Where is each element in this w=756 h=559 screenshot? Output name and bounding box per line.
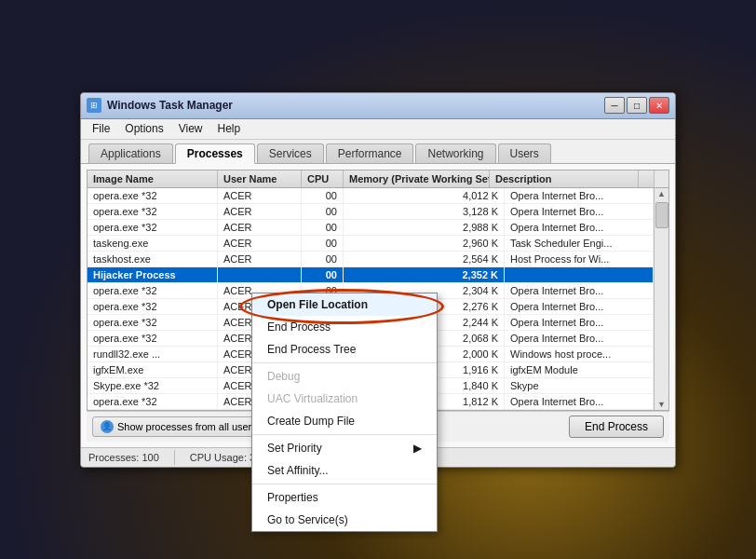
cell-user [218,267,302,282]
title-bar-buttons: ─ □ ✕ [604,97,669,114]
title-bar: ⊞ Windows Task Manager ─ □ ✕ [81,93,675,119]
ctx-open-file-location[interactable]: Open File Location [252,293,437,316]
close-button[interactable]: ✕ [649,97,669,114]
users-icon: 👤 [101,420,114,433]
col-memory[interactable]: Memory (Private Working Set) [344,170,490,187]
show-users-label: Show processes from all users [117,421,257,432]
table-row[interactable]: opera.exe *32 ACER 00 3,128 K Opera Inte… [88,204,654,220]
cell-user: ACER [218,252,302,266]
cell-memory: 2,988 K [344,220,505,235]
tab-processes[interactable]: Processes [175,143,255,164]
context-menu: Open File Location End Process End Proce… [251,293,438,532]
cell-desc: Opera Internet Bro... [505,394,654,409]
cell-cpu: 00 [302,267,344,282]
cell-user: ACER [218,204,302,219]
task-manager-window: ⊞ Windows Task Manager ─ □ ✕ File Option… [80,92,676,468]
status-processes: Processes: 100 [88,450,175,465]
cell-desc: Opera Internet Bro... [505,204,654,219]
cell-cpu: 00 [302,188,344,203]
show-processes-button[interactable]: 👤 Show processes from all users [92,416,265,437]
cell-name: Hijacker Process [88,267,218,282]
ctx-end-process-tree[interactable]: End Process Tree [252,338,437,361]
cell-desc: Task Scheduler Engi... [505,236,654,251]
end-process-button[interactable]: End Process [569,416,664,438]
table-row[interactable]: taskhost.exe ACER 00 2,564 K Host Proces… [88,252,654,267]
cell-name: opera.exe *32 [88,331,218,346]
scroll-thumb[interactable] [655,202,668,228]
cell-desc: Opera Internet Bro... [505,299,654,314]
cell-memory: 2,960 K [344,236,505,251]
minimize-button[interactable]: ─ [604,97,625,114]
ctx-go-to-services[interactable]: Go to Service(s) [252,509,437,531]
menu-file[interactable]: File [85,120,117,137]
cell-desc: Opera Internet Bro... [505,315,654,330]
cell-name: opera.exe *32 [88,394,218,409]
cell-name: opera.exe *32 [88,283,218,298]
cell-user: ACER [218,220,302,235]
ctx-separator-3 [252,484,437,484]
cell-desc: Opera Internet Bro... [505,283,654,298]
scrollbar-header [654,170,668,188]
cell-user: ACER [218,188,302,203]
cell-desc: igfxEM Module [505,362,654,377]
tabs-bar: Applications Processes Services Performa… [81,140,675,164]
cell-memory: 3,128 K [344,204,505,219]
cell-desc [505,267,654,282]
cell-memory: 2,352 K [344,267,505,282]
cell-name: opera.exe *32 [88,220,218,235]
ctx-debug: Debug [252,365,437,388]
tab-networking[interactable]: Networking [415,143,495,163]
cell-cpu: 00 [302,204,344,219]
col-image-name[interactable]: Image Name [88,170,218,187]
cell-desc: Skype [505,378,654,393]
tab-applications[interactable]: Applications [88,143,173,163]
ctx-separator-1 [252,362,437,363]
cell-desc: Windows host proce... [505,347,654,361]
menu-bar: File Options View Help [81,119,675,140]
cell-name: opera.exe *32 [88,315,218,330]
cell-name: taskeng.exe [88,236,218,251]
cell-cpu: 00 [302,220,344,235]
cell-name: Skype.exe *32 [88,378,218,393]
cell-memory: 4,012 K [344,188,505,203]
col-cpu[interactable]: CPU [302,170,344,187]
cell-name: opera.exe *32 [88,188,218,203]
cell-name: taskhost.exe [88,252,218,266]
table-row[interactable]: opera.exe *32 ACER 00 2,988 K Opera Inte… [88,220,654,236]
col-description[interactable]: Description [490,170,639,187]
hijacker-process-row[interactable]: Hijacker Process 00 2,352 K [88,267,654,283]
window-icon: ⊞ [87,98,101,113]
table-header: Image Name User Name CPU Memory (Private… [88,170,668,188]
cell-desc: Host Process for Wi... [505,252,654,266]
cell-name: igfxEM.exe [88,362,218,377]
cell-desc: Opera Internet Bro... [505,220,654,235]
cell-name: rundll32.exe ... [88,347,218,361]
ctx-create-dump[interactable]: Create Dump File [252,410,437,432]
ctx-set-affinity[interactable]: Set Affinity... [252,459,437,482]
menu-help[interactable]: Help [210,120,249,137]
menu-options[interactable]: Options [117,120,170,137]
menu-view[interactable]: View [171,120,210,137]
col-user-name[interactable]: User Name [218,170,302,187]
ctx-end-process[interactable]: End Process [252,316,437,338]
ctx-uac: UAC Virtualization [252,388,437,410]
ctx-properties[interactable]: Properties [252,486,437,509]
cell-name: opera.exe *32 [88,204,218,219]
tab-services[interactable]: Services [257,143,324,163]
cell-cpu: 00 [302,236,344,251]
window-title: Windows Task Manager [107,99,604,112]
restore-button[interactable]: □ [627,97,647,114]
content-area: Image Name User Name CPU Memory (Private… [81,164,675,447]
table-row[interactable]: opera.exe *32 ACER 00 4,012 K Opera Inte… [88,188,654,204]
cell-cpu: 00 [302,252,344,266]
cell-memory: 2,564 K [344,252,505,266]
cell-desc: Opera Internet Bro... [505,331,654,346]
table-row[interactable]: taskeng.exe ACER 00 2,960 K Task Schedul… [88,236,654,252]
cell-user: ACER [218,236,302,251]
scrollbar[interactable]: ▲ ▼ [654,188,668,410]
cell-desc: Opera Internet Bro... [505,188,654,203]
cell-name: opera.exe *32 [88,299,218,314]
tab-performance[interactable]: Performance [326,143,414,163]
tab-users[interactable]: Users [498,143,551,163]
ctx-set-priority[interactable]: Set Priority ▶ [252,437,437,459]
